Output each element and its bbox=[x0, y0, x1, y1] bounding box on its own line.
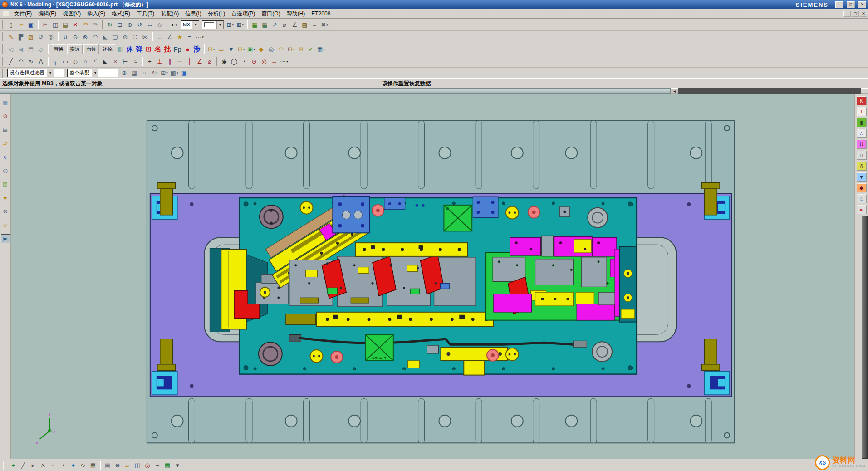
snap-point-icon[interactable]: ⊕ bbox=[119, 68, 129, 78]
arc-center-icon[interactable]: ◦ bbox=[48, 460, 58, 470]
menu-item[interactable]: ET2008 bbox=[308, 10, 333, 18]
selection-filter-combo[interactable]: 没有选择过滤器 ▾ bbox=[7, 69, 64, 77]
collapse-icon[interactable]: − bbox=[152, 460, 162, 470]
menu-item[interactable]: 装配(A) bbox=[157, 9, 182, 19]
chevron-down-icon[interactable]: ▾ bbox=[92, 69, 98, 77]
chamfer-icon[interactable]: ◣ bbox=[100, 32, 110, 42]
team-icon[interactable]: ☺ bbox=[857, 194, 867, 203]
component-icon[interactable]: ▱ bbox=[123, 460, 132, 470]
toolbar-grip[interactable] bbox=[2, 69, 4, 78]
vertical-scrollbar[interactable] bbox=[862, 216, 868, 459]
rotate-view-icon[interactable]: ↺ bbox=[135, 20, 145, 29]
quadrant-point-icon[interactable]: ◔ bbox=[58, 460, 68, 470]
part-navigator-icon[interactable]: ▤ bbox=[1, 125, 10, 134]
key-icon[interactable]: K bbox=[857, 96, 867, 105]
menu-item[interactable]: 插入(S) bbox=[84, 9, 108, 19]
history-icon[interactable]: ◷ bbox=[1, 166, 10, 175]
chevron-down-icon[interactable]: ▾ bbox=[232, 23, 234, 26]
extrude-icon[interactable]: ▧ bbox=[26, 32, 36, 42]
select-circle-icon[interactable]: ○ bbox=[139, 68, 149, 78]
chevron-down-icon[interactable]: ▾ bbox=[242, 23, 244, 26]
expression-icon[interactable]: = bbox=[185, 32, 195, 42]
render-style-combo[interactable]: M3▾ bbox=[181, 20, 199, 29]
wcs-rotate-icon[interactable]: ↻ bbox=[149, 68, 159, 78]
mirror-icon[interactable]: ⋈ bbox=[140, 32, 150, 42]
view-section-icon[interactable]: ◇ bbox=[36, 44, 46, 54]
concentric-icon[interactable]: ◎ bbox=[259, 56, 269, 66]
menu-item[interactable]: 首选项(P) bbox=[228, 9, 258, 19]
clamp-icon[interactable]: ⊔ bbox=[857, 151, 867, 160]
more-curves-icon[interactable]: ⋯▾ bbox=[279, 56, 289, 66]
line-icon[interactable]: ╱ bbox=[6, 56, 16, 66]
new-file-icon[interactable]: ▯ bbox=[6, 20, 16, 29]
sketch-icon[interactable]: ✎ bbox=[6, 32, 16, 42]
die-engineering-icon[interactable]: ⊡▾ bbox=[206, 44, 216, 54]
magnet-icon[interactable]: U bbox=[857, 140, 867, 149]
columns-icon[interactable]: ▥ bbox=[116, 45, 125, 53]
toolbar-grip[interactable] bbox=[2, 57, 4, 66]
chevron-down-icon[interactable]: ▾ bbox=[326, 23, 328, 26]
chevron-down-icon[interactable]: ▾ bbox=[293, 48, 295, 51]
doc-restore-button[interactable]: □ bbox=[852, 11, 859, 17]
strip-layout-icon[interactable]: ▭ bbox=[216, 44, 226, 54]
text-tool-icon[interactable]: A bbox=[36, 56, 46, 66]
toolbar-grip[interactable] bbox=[2, 44, 4, 54]
trim-body-icon[interactable]: ⊘ bbox=[120, 32, 130, 42]
ming-button[interactable]: 名 bbox=[153, 45, 162, 54]
datum-csys-icon[interactable]: ▣ bbox=[103, 460, 113, 470]
selection-scope-combo[interactable]: 整个装配 ▾ bbox=[67, 69, 118, 77]
pin-icon[interactable]: ◎ bbox=[142, 460, 152, 470]
toolbar-grip[interactable] bbox=[2, 20, 4, 29]
hole-icon[interactable]: ◎ bbox=[46, 32, 56, 42]
parallel-icon[interactable]: ∥ bbox=[165, 56, 175, 66]
menu-item[interactable]: 编辑(E) bbox=[35, 9, 59, 19]
immediate-hide-icon[interactable]: ◀ bbox=[16, 44, 26, 54]
maximize-button[interactable]: □ bbox=[847, 1, 855, 8]
menu-item[interactable]: 格式(R) bbox=[108, 9, 133, 19]
select-face-icon[interactable]: ▦ bbox=[129, 68, 139, 78]
standard-parts-icon[interactable]: ▣▾ bbox=[246, 44, 256, 54]
zoom-icon[interactable]: ⊕ bbox=[125, 20, 135, 29]
end-point-icon[interactable]: ╱ bbox=[18, 460, 28, 470]
orient-view-icon[interactable]: ⊞▾ bbox=[225, 20, 235, 29]
chamfer-curve-icon[interactable]: ◣ bbox=[100, 56, 110, 66]
chevron-down-icon[interactable]: ▾ bbox=[192, 21, 199, 29]
scene-icon[interactable]: ▩ bbox=[299, 20, 309, 29]
et2008-button[interactable]: 面透 bbox=[83, 44, 99, 54]
redo-icon[interactable]: ↷ bbox=[90, 20, 100, 29]
tool-validation-icon[interactable]: ✓ bbox=[306, 44, 316, 54]
insert-group-icon[interactable]: ⊞▾ bbox=[236, 44, 246, 54]
save-icon[interactable]: ▣ bbox=[26, 20, 36, 29]
close-part-icon[interactable]: ✖▾ bbox=[319, 20, 329, 29]
blend-icon[interactable]: ◠ bbox=[90, 32, 100, 42]
menu-item[interactable]: 文件(F) bbox=[11, 9, 35, 19]
offset-curve-icon[interactable]: ≈ bbox=[130, 56, 140, 66]
plot-icon[interactable]: ∴ bbox=[857, 129, 867, 138]
fillet-icon[interactable]: ◜ bbox=[90, 56, 100, 66]
open-icon[interactable]: ▱ bbox=[16, 20, 26, 29]
fit-view-icon[interactable]: ⊡ bbox=[115, 20, 125, 29]
die-insert-icon[interactable]: ◆ bbox=[857, 183, 867, 192]
manufacturing-icon[interactable]: ⊚ bbox=[1, 207, 10, 216]
doc-close-button[interactable]: ✕ bbox=[860, 11, 867, 17]
menu-item[interactable]: 信息(I) bbox=[182, 9, 204, 19]
chevron-down-icon[interactable]: ▾ bbox=[286, 60, 288, 63]
spring-icon[interactable]: § bbox=[857, 162, 867, 171]
show-hide-icon[interactable]: ◁ bbox=[6, 44, 16, 54]
ie-icon[interactable]: e bbox=[1, 152, 10, 162]
menu-item[interactable]: 分析(L) bbox=[205, 9, 229, 19]
close-button[interactable]: ✕ bbox=[858, 1, 866, 8]
chevron-down-icon[interactable]: ▾ bbox=[216, 21, 223, 29]
measure-icon[interactable]: ⌀ bbox=[280, 20, 289, 29]
punch-design-icon[interactable]: ▼ bbox=[226, 44, 236, 54]
chevron-down-icon[interactable]: ▾ bbox=[323, 48, 325, 51]
rectangle-icon[interactable]: ▭ bbox=[60, 56, 70, 66]
menu-item[interactable]: 帮助(H) bbox=[284, 9, 309, 19]
paste-icon[interactable]: ▤ bbox=[60, 20, 70, 29]
fp-button[interactable]: Fp bbox=[172, 45, 183, 53]
grid-snap-icon[interactable]: ▩▾ bbox=[169, 68, 179, 78]
tan-button[interactable]: 弹 bbox=[134, 45, 144, 54]
sheet2-icon[interactable]: ▦ bbox=[260, 20, 270, 29]
delete-icon[interactable]: ✕ bbox=[70, 20, 80, 29]
cut-icon[interactable]: ✂ bbox=[40, 20, 50, 29]
